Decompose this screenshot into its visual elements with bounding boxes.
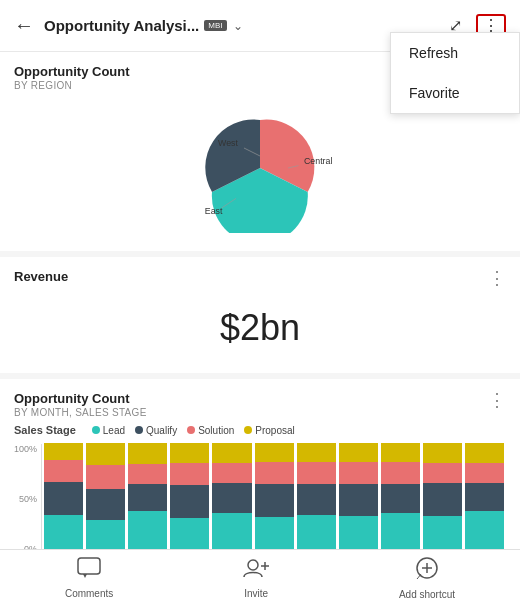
sales-stage-legend: Sales Stage Lead Qualify Solution Propos… <box>14 424 506 436</box>
bar-seg <box>170 463 209 485</box>
opp-month-subtitle: BY MONTH, SALES STAGE <box>14 407 147 418</box>
bar-seg <box>255 443 294 462</box>
bottom-nav: Comments Invite Add shortcut <box>0 549 520 605</box>
bar-seg <box>170 443 209 463</box>
svg-rect-3 <box>78 558 100 574</box>
bar-seg <box>297 462 336 484</box>
bar-seg <box>339 462 378 484</box>
bar-seg <box>381 443 420 462</box>
legend-proposal: Proposal <box>244 425 294 436</box>
legend-title: Sales Stage <box>14 424 76 436</box>
opp-month-title: Opportunity Count <box>14 391 147 406</box>
bar-seg <box>44 515 83 550</box>
pie-central-label: Central <box>304 156 332 166</box>
add-shortcut-icon <box>415 556 439 586</box>
page-title: Opportunity Analysi... <box>44 17 199 34</box>
bar-seg <box>381 462 420 484</box>
bar-seg <box>297 443 336 462</box>
opp-month-title-group: Opportunity Count BY MONTH, SALES STAGE <box>14 391 147 418</box>
revenue-card: Revenue ⋮ $2bn <box>0 257 520 373</box>
bar-seg <box>381 484 420 514</box>
dropdown-favorite[interactable]: Favorite <box>391 73 519 113</box>
bar-seg <box>381 513 420 549</box>
bar-group-apr <box>170 443 209 549</box>
invite-icon <box>243 557 269 585</box>
add-shortcut-label: Add shortcut <box>399 589 455 600</box>
bar-group-sep <box>381 443 420 549</box>
bar-chart: 100% 50% 0% JanFebMarAprMayJunJulAugSepO… <box>14 444 506 549</box>
chevron-down-icon[interactable]: ⌄ <box>233 19 243 33</box>
back-button[interactable]: ← <box>14 14 34 37</box>
invite-label: Invite <box>244 588 268 599</box>
bar-seg <box>423 483 462 516</box>
opportunity-count-month-card: Opportunity Count BY MONTH, SALES STAGE … <box>0 379 520 549</box>
bar-seg <box>86 520 125 549</box>
bar-group-nov <box>465 443 504 549</box>
proposal-label: Proposal <box>255 425 294 436</box>
svg-point-5 <box>248 560 258 570</box>
bar-seg <box>170 518 209 549</box>
bar-seg <box>212 483 251 514</box>
bar-group-mar <box>128 443 167 549</box>
pie-chart: West Central East <box>180 103 340 233</box>
bar-seg <box>465 483 504 512</box>
nav-invite[interactable]: Invite <box>243 557 269 599</box>
y-axis: 100% 50% 0% <box>14 444 41 549</box>
bar-group-aug <box>339 443 378 549</box>
mbi-badge: MBI <box>204 20 226 31</box>
y-100: 100% <box>14 444 37 454</box>
lead-label: Lead <box>103 425 125 436</box>
bar-seg <box>423 443 462 463</box>
app-header: ← Opportunity Analysi... MBI ⌄ ⤢ ⋮ Refre… <box>0 0 520 52</box>
legend-solution: Solution <box>187 425 234 436</box>
bar-seg <box>423 463 462 483</box>
bar-seg <box>212 443 251 463</box>
legend-lead: Lead <box>92 425 125 436</box>
bar-seg <box>86 465 125 489</box>
title-area: Opportunity Analysi... MBI ⌄ <box>44 17 449 34</box>
bar-seg <box>297 515 336 550</box>
dropdown-menu: Refresh Favorite <box>390 32 520 114</box>
bars-container: JanFebMarAprMayJunJulAugSepOctNov <box>41 444 506 549</box>
bar-seg <box>170 485 209 518</box>
bar-seg <box>339 484 378 516</box>
svg-marker-4 <box>83 574 87 578</box>
bar-group-oct <box>423 443 462 549</box>
dropdown-refresh[interactable]: Refresh <box>391 33 519 73</box>
pie-west-label: West <box>218 138 238 148</box>
solution-dot <box>187 426 195 434</box>
nav-comments[interactable]: Comments <box>65 557 113 599</box>
card-title: Opportunity Count <box>14 64 130 79</box>
pie-chart-container: West Central East <box>14 93 506 239</box>
proposal-dot <box>244 426 252 434</box>
bar-group-feb <box>86 443 125 549</box>
bars-row <box>41 444 506 549</box>
bar-seg <box>86 443 125 465</box>
bar-seg <box>255 484 294 517</box>
bar-group-jun <box>255 443 294 549</box>
bar-seg <box>212 513 251 549</box>
revenue-card-header: Revenue ⋮ <box>14 269 506 287</box>
opp-month-more-icon[interactable]: ⋮ <box>488 391 506 409</box>
card-subtitle: BY REGION <box>14 80 130 91</box>
revenue-more-icon[interactable]: ⋮ <box>488 269 506 287</box>
bar-seg <box>255 462 294 484</box>
bar-seg <box>297 484 336 515</box>
bar-seg <box>128 511 167 549</box>
content-area: Opportunity Count BY REGION ⋮ West Cent <box>0 52 520 549</box>
revenue-title: Revenue <box>14 269 68 284</box>
comments-label: Comments <box>65 588 113 599</box>
card-title-group: Opportunity Count BY REGION <box>14 64 130 91</box>
bar-seg <box>339 516 378 549</box>
y-50: 50% <box>14 494 37 504</box>
qualify-dot <box>135 426 143 434</box>
bar-seg <box>465 463 504 483</box>
comments-icon <box>77 557 101 585</box>
nav-add-shortcut[interactable]: Add shortcut <box>399 556 455 600</box>
bar-group-may <box>212 443 251 549</box>
bar-group-jan <box>44 443 83 549</box>
bar-chart-inner: 100% 50% 0% JanFebMarAprMayJunJulAugSepO… <box>14 444 506 549</box>
bar-seg <box>212 463 251 483</box>
bar-seg <box>86 489 125 520</box>
bar-seg <box>423 516 462 549</box>
